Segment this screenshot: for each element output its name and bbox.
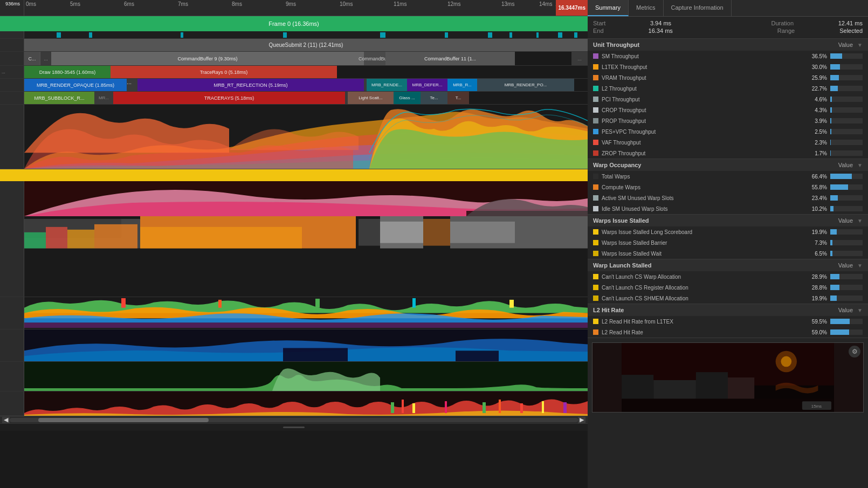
metric-value-label: 23.4% (807, 195, 827, 201)
metric-bar-container (830, 174, 863, 179)
gpu-markers-row (0, 31, 588, 39)
tick-9ms: 9ms (286, 1, 296, 7)
unit-throughput-expand[interactable]: ▼ (857, 42, 863, 48)
l2-hit-rate-header: L2 Hit Rate Value ▼ (588, 304, 868, 316)
multicolor-rows (0, 297, 588, 329)
metric-bar-container (830, 319, 863, 324)
yellow-bar (0, 169, 588, 181)
metric-bar-container (830, 150, 863, 156)
warps-issue-stalled-section: Warps Issue Stalled Value ▼ Warps Issue … (588, 215, 868, 259)
blue-waveforms (0, 329, 588, 362)
thumbnail-settings-icon[interactable]: ⚙ (849, 346, 860, 358)
resize-handle[interactable] (0, 423, 588, 431)
l2-hit-rate-title: L2 Hit Rate (593, 307, 624, 313)
metric-color-indicator (593, 129, 598, 134)
metric-color-indicator (593, 118, 598, 123)
metric-row: L2 Read Hit Rate from L1TEX59.5% (588, 316, 868, 327)
metric-row: Warps Issue Stalled Long Scoreboard19.9% (588, 226, 868, 237)
svg-rect-26 (423, 219, 450, 246)
tab-capture-info[interactable]: Capture Information (664, 0, 732, 16)
svg-rect-3 (283, 32, 287, 38)
svg-rect-19 (67, 230, 94, 249)
tick-11ms: 11ms (394, 1, 407, 7)
svg-rect-1 (89, 32, 92, 38)
metric-row: Can't Launch CS SHMEM Allocation19.9% (588, 293, 868, 304)
draw-row: ... Draw 1880-3545 (1.60ms) TraceRays 0 … (0, 66, 588, 79)
metric-name-label: Warps Issue Stalled Wait (602, 251, 807, 257)
metric-bar-fill (830, 184, 848, 190)
metric-value-label: 22.7% (807, 86, 827, 92)
metric-value-label: 66.4% (807, 174, 827, 180)
warp-occupancy-expand[interactable]: ▼ (857, 162, 863, 168)
metric-value-label: 10.2% (807, 206, 827, 212)
svg-rect-32 (315, 299, 320, 308)
metric-row: Warps Issue Stalled Barrier7.3% (588, 237, 868, 248)
horizontal-scrollbar[interactable]: ◀ ▶ (0, 416, 588, 423)
svg-rect-41 (402, 400, 404, 413)
warps-issue-stalled-title: Warps Issue Stalled (593, 217, 649, 224)
warp-launch-stalled-expand[interactable]: ▼ (857, 263, 863, 269)
svg-rect-42 (412, 403, 415, 413)
tab-metrics[interactable]: Metrics (629, 0, 663, 16)
metric-row: VAF Throughput2.3% (588, 137, 868, 148)
range-value: Selected (839, 28, 863, 34)
metric-row: CROP Throughput4.3% (588, 105, 868, 115)
metric-bar-container (830, 285, 863, 290)
metric-value-label: 59.0% (807, 329, 827, 335)
metric-bar-container (830, 184, 863, 190)
warps-issue-stalled-expand[interactable]: ▼ (857, 218, 863, 224)
metric-bar-fill (830, 107, 832, 113)
metric-bar-fill (830, 251, 832, 256)
warp-occupancy-section: Warp Occupancy Value ▼ Total Warps66.4%C… (588, 159, 868, 215)
metric-row: Total Warps66.4% (588, 171, 868, 182)
metric-name-label: VRAM Throughput (602, 75, 807, 81)
metric-bar-fill (830, 140, 831, 145)
metric-color-indicator (593, 107, 598, 113)
command-buffers-row: C... ... CommandBuffer 9 (9.30ms) Comman… (0, 52, 588, 66)
metric-bar-container (830, 140, 863, 145)
metric-value-label: 7.3% (807, 240, 827, 246)
metric-color-indicator (593, 295, 598, 301)
timeline-panel: 0ms 936ms 5ms 6ms 7ms 8ms 9ms 10ms 11ms … (0, 0, 588, 488)
scroll-right-btn[interactable]: ▶ (578, 417, 585, 423)
metric-name-label: L2 Read Hit Rate (602, 329, 807, 335)
metric-color-indicator (593, 64, 598, 70)
scrollbar-thumb[interactable] (38, 418, 209, 422)
metric-row: Can't Launch CS Warp Allocation28.9% (588, 271, 868, 282)
timeline-ruler[interactable]: 0ms 936ms 5ms 6ms 7ms 8ms 9ms 10ms 11ms … (0, 0, 588, 16)
warps-issue-stalled-header: Warps Issue Stalled Value ▼ (588, 215, 868, 226)
svg-rect-33 (412, 298, 416, 308)
metric-name-label: L2 Throughput (602, 86, 807, 92)
metric-color-indicator (593, 274, 598, 279)
metric-value-label: 2.3% (807, 140, 827, 146)
frame-label: Frame 0 (16.36ms) (268, 20, 319, 27)
metric-bar-fill (830, 129, 831, 134)
warp-occupancy-header: Warp Occupancy Value ▼ (588, 159, 868, 171)
metric-bar-container (830, 274, 863, 279)
svg-rect-36 (283, 348, 348, 361)
l2-hit-rate-expand[interactable]: ▼ (857, 307, 863, 313)
metric-name-label: VAF Throughput (602, 140, 807, 146)
metric-value-label: 6.5% (807, 251, 827, 257)
svg-rect-28 (450, 222, 515, 243)
warp-occupancy-value-header: Value (838, 162, 853, 168)
metric-color-indicator (593, 195, 598, 201)
scrollbar-track[interactable] (10, 418, 578, 422)
metric-bar-fill (830, 53, 842, 59)
queue-submit-row: QueueSubmit 2 (11) (12.41ms) (0, 39, 588, 52)
svg-rect-23 (359, 219, 380, 246)
metric-bar-container (830, 195, 863, 201)
warp-occupancy-title: Warp Occupancy (593, 162, 641, 168)
duration-value: 12.41 ms (838, 20, 863, 26)
tab-summary[interactable]: Summary (588, 0, 629, 16)
metric-name-label: SM Throughput (602, 53, 807, 59)
metric-bar-container (830, 240, 863, 245)
metric-bar-fill (830, 150, 831, 156)
warp-launch-stalled-rows: Can't Launch CS Warp Allocation28.9%Can'… (588, 271, 868, 304)
tick-12ms: 12ms (447, 1, 460, 7)
svg-point-52 (781, 356, 791, 367)
svg-rect-44 (483, 402, 486, 413)
metric-bar-container (830, 53, 863, 59)
warp-launch-stalled-section: Warp Launch Stalled Value ▼ Can't Launch… (588, 259, 868, 304)
scroll-left-btn[interactable]: ◀ (2, 417, 10, 423)
